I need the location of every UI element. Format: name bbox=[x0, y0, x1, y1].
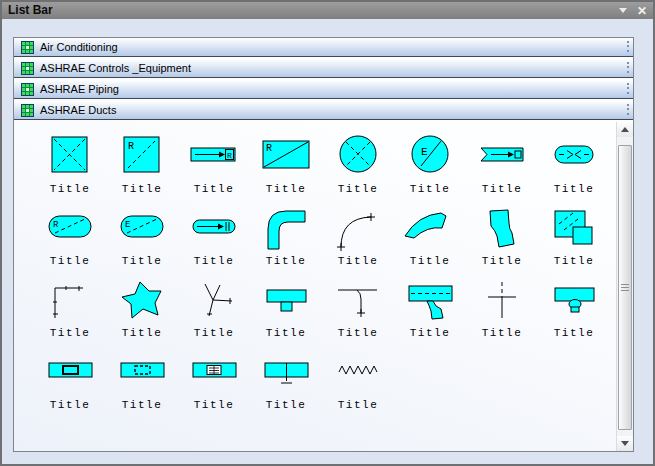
svg-text:R: R bbox=[227, 150, 232, 159]
shape-item-duct-section-arrow-r[interactable]: RTitle bbox=[178, 130, 250, 202]
shape-title-label: Title bbox=[194, 399, 235, 411]
header-grip-icon bbox=[627, 104, 629, 117]
shape-title-label: Title bbox=[554, 327, 595, 339]
shape-item-capsule-flow-arrow[interactable]: Title bbox=[178, 202, 250, 274]
shape-item-tee-with-tap[interactable]: Title bbox=[250, 274, 322, 346]
duct-smoke-damper-icon bbox=[182, 346, 246, 399]
elbow-45-horizontal-icon bbox=[398, 202, 462, 255]
shape-item-round-diffuser-e[interactable]: ETitle bbox=[394, 130, 466, 202]
shape-item-duct-damper-solid[interactable]: Title bbox=[34, 346, 106, 418]
scroll-down-button[interactable] bbox=[617, 436, 633, 451]
window-title: List Bar bbox=[8, 2, 53, 19]
shape-item-capsule-opposed-arrows[interactable]: Title bbox=[538, 130, 610, 202]
shape-title-label: Title bbox=[410, 255, 451, 267]
header-grip-icon bbox=[627, 41, 629, 54]
shape-item-capsule-register-e[interactable]: ETitle bbox=[106, 202, 178, 274]
shape-title-label: Title bbox=[122, 327, 163, 339]
scroll-up-button[interactable] bbox=[617, 122, 633, 137]
shape-item-duct-split-handle[interactable]: Title bbox=[250, 346, 322, 418]
shape-item-offset-step-square[interactable]: Title bbox=[538, 202, 610, 274]
chevron-down-icon[interactable] bbox=[619, 8, 627, 13]
shape-item-branch-guide-y[interactable]: Title bbox=[178, 274, 250, 346]
shape-item-flex-duct-zigzag[interactable]: Title bbox=[322, 346, 394, 418]
transition-star-icon bbox=[110, 274, 174, 327]
shape-item-duct-smoke-damper[interactable]: Title bbox=[178, 346, 250, 418]
duct-with-takeoff-icon bbox=[398, 274, 462, 327]
scrollbar-thumb[interactable] bbox=[618, 145, 632, 430]
shape-title-label: Title bbox=[554, 183, 595, 195]
window-close-button[interactable]: ✕ bbox=[637, 4, 647, 18]
list-bar-panel: Air ConditioningASHRAE Controls _Equipme… bbox=[13, 37, 634, 452]
duct-flow-arrow-icon bbox=[470, 130, 534, 183]
section-label: ASHRAE Controls _Equipment bbox=[40, 62, 191, 74]
shape-item-duct-with-knob[interactable]: Title bbox=[538, 274, 610, 346]
svg-text:E: E bbox=[421, 146, 428, 158]
shape-title-label: Title bbox=[266, 255, 307, 267]
window-titlebar[interactable]: List Bar ✕ bbox=[2, 2, 653, 19]
shape-item-duct-damper-dashed[interactable]: Title bbox=[106, 346, 178, 418]
shape-item-elbow-90[interactable]: Title bbox=[250, 202, 322, 274]
shape-item-elbow-45-horizontal[interactable]: Title bbox=[394, 202, 466, 274]
capsule-register-r-icon: R bbox=[38, 202, 102, 255]
branch-guide-y-icon bbox=[182, 274, 246, 327]
section-header-ashrae-ducts[interactable]: ASHRAE Ducts bbox=[14, 101, 633, 120]
shape-item-takeoff-guide-line[interactable]: Title bbox=[322, 274, 394, 346]
elbow-45-vertical-icon bbox=[470, 202, 534, 255]
header-grip-icon bbox=[627, 83, 629, 96]
duct-split-handle-icon bbox=[254, 346, 318, 399]
shape-item-duct-with-takeoff[interactable]: Title bbox=[394, 274, 466, 346]
shape-item-damper-cross-guide[interactable]: Title bbox=[466, 274, 538, 346]
section-header-ashrae-controls-equipment[interactable]: ASHRAE Controls _Equipment bbox=[14, 59, 633, 78]
shape-title-label: Title bbox=[338, 399, 379, 411]
square-diffuser-r-icon: R bbox=[110, 130, 174, 183]
shapes-area: TitleRTitleRTitleRTitleTitleETitleTitleT… bbox=[14, 122, 633, 451]
shape-title-label: Title bbox=[266, 183, 307, 195]
shape-title-label: Title bbox=[194, 255, 235, 267]
shape-title-label: Title bbox=[50, 399, 91, 411]
flex-duct-zigzag-icon bbox=[326, 346, 390, 399]
rect-register-r-icon: R bbox=[254, 130, 318, 183]
shape-title-label: Title bbox=[338, 327, 379, 339]
duct-damper-dashed-icon bbox=[110, 346, 174, 399]
vertical-scrollbar[interactable] bbox=[616, 122, 633, 451]
shape-title-label: Title bbox=[50, 183, 91, 195]
svg-text:R: R bbox=[266, 143, 272, 154]
takeoff-guide-line-icon bbox=[326, 274, 390, 327]
round-diffuser-x-icon bbox=[326, 130, 390, 183]
round-diffuser-e-icon: E bbox=[398, 130, 462, 183]
thumb-grip-icon bbox=[621, 284, 629, 291]
shape-item-duct-flow-arrow[interactable]: Title bbox=[466, 130, 538, 202]
stencil-icon bbox=[21, 41, 34, 54]
section-header-air-conditioning[interactable]: Air Conditioning bbox=[14, 38, 633, 57]
shape-item-rect-register-r[interactable]: RTitle bbox=[250, 130, 322, 202]
scrollbar-track[interactable] bbox=[617, 137, 633, 436]
section-header-ashrae-piping[interactable]: ASHRAE Piping bbox=[14, 80, 633, 99]
elbow-guide-arc-icon bbox=[326, 202, 390, 255]
shape-item-capsule-register-r[interactable]: RTitle bbox=[34, 202, 106, 274]
section-label: Air Conditioning bbox=[40, 41, 118, 53]
stencil-icon bbox=[21, 62, 34, 75]
shape-title-label: Title bbox=[194, 327, 235, 339]
shape-title-label: Title bbox=[266, 327, 307, 339]
shape-title-label: Title bbox=[554, 255, 595, 267]
shape-title-label: Title bbox=[482, 327, 523, 339]
tee-with-tap-icon bbox=[254, 274, 318, 327]
shape-grid: TitleRTitleRTitleRTitleTitleETitleTitleT… bbox=[14, 122, 616, 451]
shape-title-label: Title bbox=[266, 399, 307, 411]
shape-item-transition-star[interactable]: Title bbox=[106, 274, 178, 346]
shape-title-label: Title bbox=[482, 183, 523, 195]
section-label: ASHRAE Ducts bbox=[40, 104, 116, 116]
svg-text:R: R bbox=[128, 141, 134, 152]
shape-item-round-diffuser-x[interactable]: Title bbox=[322, 130, 394, 202]
shape-title-label: Title bbox=[122, 399, 163, 411]
shape-title-label: Title bbox=[410, 327, 451, 339]
shape-item-corner-guide-lines[interactable]: Title bbox=[34, 274, 106, 346]
shape-title-label: Title bbox=[194, 183, 235, 195]
corner-guide-lines-icon bbox=[38, 274, 102, 327]
shape-title-label: Title bbox=[122, 255, 163, 267]
shape-item-elbow-45-vertical[interactable]: Title bbox=[466, 202, 538, 274]
section-label: ASHRAE Piping bbox=[40, 83, 119, 95]
shape-item-elbow-guide-arc[interactable]: Title bbox=[322, 202, 394, 274]
shape-item-square-diffuser-r[interactable]: RTitle bbox=[106, 130, 178, 202]
shape-item-square-diffuser-x[interactable]: Title bbox=[34, 130, 106, 202]
